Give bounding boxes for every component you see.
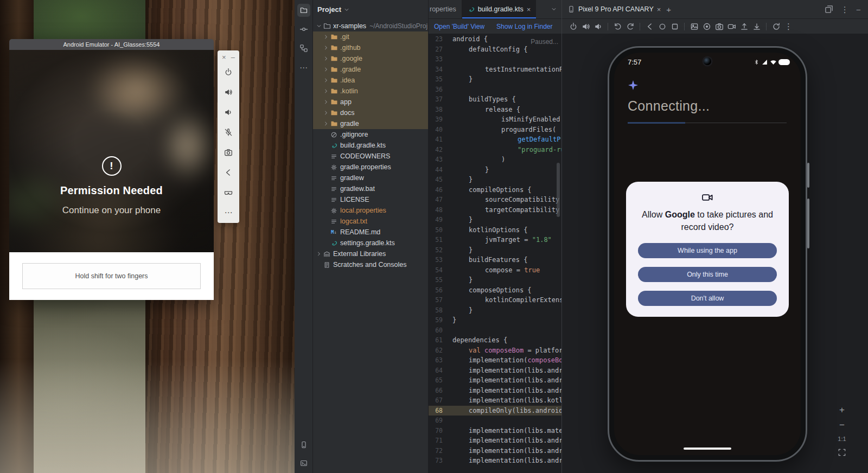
close-icon[interactable]: × xyxy=(657,6,661,13)
code-editor[interactable]: 23android {27defaultConfig {3334testInst… xyxy=(429,34,561,473)
chevron-down-icon[interactable] xyxy=(343,7,350,13)
home-indicator[interactable] xyxy=(684,448,731,450)
terminal-icon[interactable] xyxy=(297,457,310,470)
tree-item-git[interactable]: .git xyxy=(313,31,428,42)
add-device-tab-button[interactable]: + xyxy=(666,5,671,14)
video-camera-icon[interactable] xyxy=(727,22,736,31)
zoom-scale-label[interactable]: 1:1 xyxy=(838,436,846,442)
tree-item-license[interactable]: LICENSE xyxy=(313,194,428,205)
tree-item-gradlew[interactable]: gradlew xyxy=(313,172,428,183)
smart-glasses-icon[interactable] xyxy=(220,182,237,202)
dialog-button-while-using-the-app[interactable]: While using the app xyxy=(638,243,777,258)
tree-item-scratches-and-consoles[interactable]: Scratches and Consoles xyxy=(313,259,428,270)
chevron-right-icon[interactable] xyxy=(315,251,322,257)
code-line-71: 71implementation(libs.andr xyxy=(429,436,561,446)
close-icon[interactable]: × xyxy=(222,54,226,61)
code-line-54: 54compose = true xyxy=(429,265,561,276)
notification-link-open-build-view[interactable]: Open 'Build' View xyxy=(434,23,484,30)
structure-icon[interactable] xyxy=(297,42,310,55)
emulator-window-title[interactable]: Android Emulator - AI_Glasses:5554 xyxy=(9,39,214,50)
zoom-in-button[interactable]: + xyxy=(839,405,845,414)
back-icon[interactable] xyxy=(220,162,237,182)
code-line-66: 66implementation(libs.andr xyxy=(429,386,561,396)
connecting-progress-line xyxy=(628,123,787,123)
phone-screen[interactable]: 7:57 Connecting... Allow Google to take … xyxy=(614,53,801,455)
home-icon[interactable] xyxy=(658,22,667,31)
overview-icon[interactable] xyxy=(670,22,679,31)
hidden-tabs-dropdown[interactable] xyxy=(546,0,561,18)
zoom-out-button[interactable]: − xyxy=(839,420,845,430)
open-window-icon[interactable] xyxy=(825,5,833,14)
tree-item-local-properties[interactable]: local.properties xyxy=(313,205,428,216)
record-icon[interactable] xyxy=(702,22,711,31)
tree-item-logcat-txt[interactable]: logcat.txt xyxy=(313,216,428,227)
tree-item-external-libraries[interactable]: External Libraries xyxy=(313,248,428,259)
chevron-right-icon[interactable] xyxy=(322,66,329,73)
tree-item-kotlin[interactable]: .kotlin xyxy=(313,86,428,97)
tree-item-google[interactable]: .google xyxy=(313,53,428,64)
chevron-right-icon[interactable] xyxy=(322,110,329,116)
power-icon[interactable] xyxy=(569,22,578,31)
more-h-icon[interactable]: ⋯ xyxy=(220,202,237,222)
emulator-screen[interactable]: ! Permission Needed Continue on your pho… xyxy=(9,50,214,252)
volume-down-icon[interactable] xyxy=(593,22,603,31)
minimize-icon[interactable]: – xyxy=(857,5,860,14)
chevron-down-icon[interactable] xyxy=(315,23,322,29)
device-manager-icon[interactable] xyxy=(297,438,310,451)
tree-item-codeowners[interactable]: CODEOWNERS xyxy=(313,151,428,162)
more-v-icon[interactable]: ⋮ xyxy=(841,5,849,14)
project-root-name: xr-samples xyxy=(333,22,366,30)
restart-icon[interactable] xyxy=(771,22,781,31)
tree-item-app[interactable]: app xyxy=(313,97,428,107)
rotate-right-icon[interactable] xyxy=(626,22,635,31)
tree-item-gradle-properties[interactable]: gradle.properties xyxy=(313,162,428,172)
project-panel-title[interactable]: Project xyxy=(317,5,341,14)
editor-scrollbar[interactable] xyxy=(557,163,560,217)
volume-down-icon[interactable] xyxy=(220,102,237,122)
tree-item-idea[interactable]: .idea xyxy=(313,75,428,86)
tree-root-xr-samples[interactable]: xr-samples ~/AndroidStudioProj xyxy=(313,21,428,31)
more-v-icon[interactable]: ⋮ xyxy=(784,22,793,30)
volume-up-icon[interactable] xyxy=(220,82,237,102)
project-folder-icon[interactable] xyxy=(297,4,310,17)
photo-camera-icon[interactable] xyxy=(220,142,237,162)
upload-icon[interactable] xyxy=(739,22,749,31)
chevron-right-icon[interactable] xyxy=(322,120,329,127)
chevron-right-icon[interactable] xyxy=(322,99,329,105)
commit-icon[interactable] xyxy=(297,23,310,36)
tree-item-gitignore[interactable]: .gitignore xyxy=(313,129,428,140)
project-panel-header: Project xyxy=(313,0,428,19)
editor-tab-build-gradle-kts[interactable]: build.gradle.kts× xyxy=(462,0,537,18)
chevron-right-icon[interactable] xyxy=(322,34,329,40)
rotate-left-icon[interactable] xyxy=(613,22,622,31)
photo-camera-icon[interactable] xyxy=(714,22,724,31)
tree-item-build-gradle-kts[interactable]: build.gradle.kts xyxy=(313,140,428,151)
chevron-right-icon[interactable] xyxy=(322,55,329,62)
power-icon[interactable] xyxy=(220,62,237,82)
tree-item-gradle[interactable]: gradle xyxy=(313,118,428,129)
chevron-right-icon[interactable] xyxy=(322,77,329,84)
notification-link-show-log-in-finder[interactable]: Show Log in Finder xyxy=(496,23,552,30)
fit-screen-icon[interactable] xyxy=(838,448,846,457)
tree-item-readme-md[interactable]: M↓README.md xyxy=(313,227,428,238)
download-icon[interactable] xyxy=(752,22,761,31)
close-icon[interactable]: × xyxy=(527,6,531,13)
mic-off-icon[interactable] xyxy=(220,122,237,142)
volume-up-icon[interactable] xyxy=(581,22,590,31)
editor-tab-roperties[interactable]: roperties xyxy=(429,0,462,18)
tree-item-github[interactable]: .github xyxy=(313,42,428,53)
dialog-button-only-this-time[interactable]: Only this time xyxy=(638,267,777,282)
dialog-button-don-t-allow[interactable]: Don't allow xyxy=(638,291,777,306)
tree-item-gradle[interactable]: .gradle xyxy=(313,64,428,75)
more-h-icon[interactable]: ⋯ xyxy=(297,61,310,74)
chevron-right-icon[interactable] xyxy=(322,88,329,94)
tree-item-settings-gradle-kts[interactable]: settings.gradle.kts xyxy=(313,238,428,248)
device-tab-label[interactable]: Pixel 9 Pro API CANARY xyxy=(578,5,654,13)
back-icon[interactable] xyxy=(645,22,654,31)
screenshot-icon[interactable] xyxy=(690,22,699,31)
tree-item-docs[interactable]: docs xyxy=(313,107,428,118)
chevron-right-icon[interactable] xyxy=(322,44,329,51)
code-line-35: 35} xyxy=(429,74,561,85)
minimize-icon[interactable]: – xyxy=(231,54,235,61)
tree-item-gradlew-bat[interactable]: gradlew.bat xyxy=(313,183,428,194)
